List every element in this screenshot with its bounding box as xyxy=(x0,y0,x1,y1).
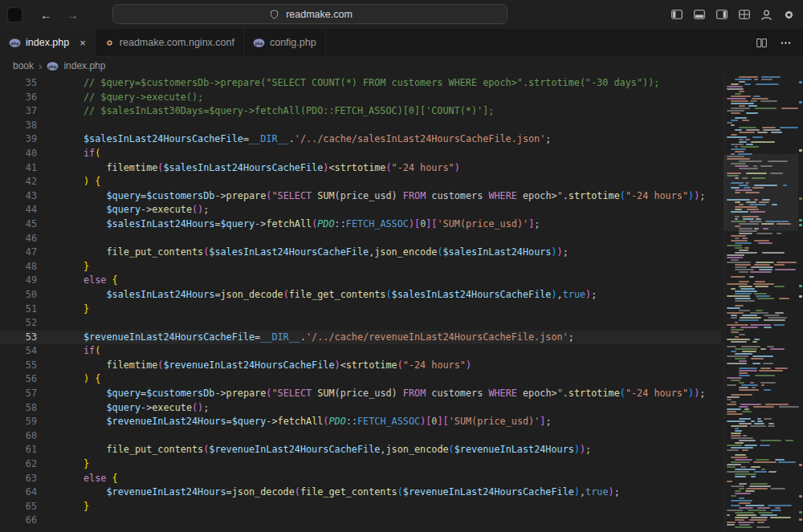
tab-close-icon[interactable]: × xyxy=(79,37,86,49)
code-line[interactable]: 47 file_put_contents($salesInLast24Hours… xyxy=(0,246,721,260)
tabbar-spacer xyxy=(326,29,744,57)
tab-bar: phpindex.php×readmake.com.nginx.confphpc… xyxy=(0,29,803,57)
account-icon[interactable] xyxy=(760,8,773,22)
editor-pane: 35// $query=$customersDb->prepare("SELEC… xyxy=(0,75,803,532)
code-line[interactable]: 42) { xyxy=(0,175,721,189)
toggle-right-sidebar-icon[interactable] xyxy=(715,8,728,22)
shield-icon xyxy=(267,7,281,21)
code-line[interactable]: 55 filemtime($revenueInLast24HoursCacheF… xyxy=(0,359,721,373)
code-line[interactable]: 40if( xyxy=(0,147,721,161)
code-line[interactable]: 53$revenueInLast24HoursCacheFile=__DIR__… xyxy=(0,331,721,345)
code-line[interactable]: 39$salesInLast24HoursCacheFile=__DIR__.'… xyxy=(0,132,721,147)
minimap[interactable] xyxy=(724,75,797,532)
customize-layout-icon[interactable] xyxy=(737,8,751,22)
code-line[interactable]: 62} xyxy=(0,457,721,472)
php-icon: php xyxy=(9,39,21,47)
overview-ruler xyxy=(797,75,803,532)
editor-actions xyxy=(744,29,803,57)
line-number: 55 xyxy=(0,359,37,373)
tab-config-php[interactable]: phpconfig.php xyxy=(244,29,326,57)
tab-readmake-com-nginx-conf[interactable]: readmake.com.nginx.conf xyxy=(96,29,244,57)
line-number: 35 xyxy=(0,76,37,91)
code-line[interactable]: 43 $query=$customersDb->prepare("SELECT … xyxy=(0,189,721,204)
svg-text:php: php xyxy=(49,63,58,69)
tab-index-php[interactable]: phpindex.php× xyxy=(0,29,96,57)
php-icon: php xyxy=(253,39,265,47)
code-line[interactable]: 35// $query=$customersDb->prepare("SELEC… xyxy=(0,76,721,91)
code-line[interactable]: 52 xyxy=(0,316,721,331)
line-number: 44 xyxy=(0,203,37,217)
line-number: 63 xyxy=(0,472,37,486)
line-number: 51 xyxy=(0,303,37,317)
code-line[interactable]: 61 file_put_contents($revenueInLast24Hou… xyxy=(0,443,721,457)
code-line[interactable]: 36// $query->execute(); xyxy=(0,91,721,105)
code-area[interactable]: 35// $query=$customersDb->prepare("SELEC… xyxy=(0,76,721,528)
code-line[interactable]: 48} xyxy=(0,260,721,274)
code-line[interactable]: 50 $salesInLast24Hours=json_decode(file_… xyxy=(0,288,721,303)
line-number: 52 xyxy=(0,316,37,331)
code-line[interactable]: 63else { xyxy=(0,472,721,486)
code-line[interactable]: 44 $query->execute(); xyxy=(0,203,721,217)
breadcrumb-item[interactable]: book xyxy=(13,60,34,71)
code-line[interactable]: 41 filemtime($salesInLast24HoursCacheFil… xyxy=(0,161,721,176)
code-line[interactable]: 56) { xyxy=(0,372,721,387)
line-number: 60 xyxy=(0,429,37,444)
line-number: 62 xyxy=(0,457,37,472)
app-icon[interactable] xyxy=(7,7,22,22)
line-number: 65 xyxy=(0,500,37,514)
titlebar: ← → readmake.com xyxy=(0,0,803,29)
line-number: 58 xyxy=(0,401,37,416)
line-number: 53 xyxy=(0,331,37,345)
code-line[interactable]: 59 $revenueInLast24Hours=$query->fetchAl… xyxy=(0,415,721,429)
tab-label: config.php xyxy=(270,37,316,48)
line-number: 57 xyxy=(0,387,37,401)
line-number: 64 xyxy=(0,485,37,500)
php-icon: php xyxy=(47,62,59,71)
code-line[interactable]: 46 xyxy=(0,232,721,246)
address-text: readmake.com xyxy=(286,9,353,20)
more-actions-icon[interactable] xyxy=(779,36,793,50)
code-line[interactable]: 54if( xyxy=(0,344,721,359)
line-number: 50 xyxy=(0,288,37,303)
address-bar[interactable]: readmake.com xyxy=(112,4,507,24)
titlebar-actions xyxy=(670,0,796,29)
code-line[interactable]: 58 $query->execute(); xyxy=(0,401,721,416)
code-line[interactable]: 57 $query=$customersDb->prepare("SELECT … xyxy=(0,387,721,401)
line-number: 42 xyxy=(0,175,37,189)
line-number: 45 xyxy=(0,217,37,232)
line-number: 38 xyxy=(0,119,37,133)
code-line[interactable]: 37// $salesInLast30Days=$query->fetchAll… xyxy=(0,104,721,119)
code-line[interactable]: 51} xyxy=(0,303,721,317)
line-number: 37 xyxy=(0,104,37,119)
code-line[interactable]: 38 xyxy=(0,119,721,133)
line-number: 40 xyxy=(0,147,37,161)
line-number: 66 xyxy=(0,514,37,528)
line-number: 46 xyxy=(0,232,37,246)
line-number: 54 xyxy=(0,344,37,359)
line-number: 48 xyxy=(0,260,37,274)
settings-gear-icon[interactable] xyxy=(782,8,796,22)
code-line[interactable]: 60 xyxy=(0,429,721,444)
back-button[interactable]: ← xyxy=(40,9,52,21)
breadcrumb-item[interactable]: index.php xyxy=(63,60,105,71)
tab-label: readmake.com.nginx.conf xyxy=(120,37,234,48)
svg-text:php: php xyxy=(255,40,263,46)
line-number: 39 xyxy=(0,132,37,147)
tab-label: index.php xyxy=(26,37,69,48)
code-line[interactable]: 66 xyxy=(0,514,721,528)
toggle-left-sidebar-icon[interactable] xyxy=(670,8,683,22)
line-number: 47 xyxy=(0,246,37,260)
minimap-slider[interactable] xyxy=(724,154,798,231)
forward-button[interactable]: → xyxy=(67,9,79,21)
line-number: 43 xyxy=(0,189,37,204)
code-line[interactable]: 49else { xyxy=(0,274,721,288)
split-editor-icon[interactable] xyxy=(755,36,768,50)
line-number: 36 xyxy=(0,91,37,105)
code-line[interactable]: 64 $revenueInLast24Hours=json_decode(fil… xyxy=(0,485,721,500)
history-nav: ← → xyxy=(40,9,79,21)
svg-text:php: php xyxy=(11,40,20,46)
code-line[interactable]: 65} xyxy=(0,500,721,514)
toggle-panel-icon[interactable] xyxy=(692,8,706,22)
code-line[interactable]: 45 $salesInLast24Hours=$query->fetchAll(… xyxy=(0,217,721,232)
config-gear-icon xyxy=(104,38,115,48)
